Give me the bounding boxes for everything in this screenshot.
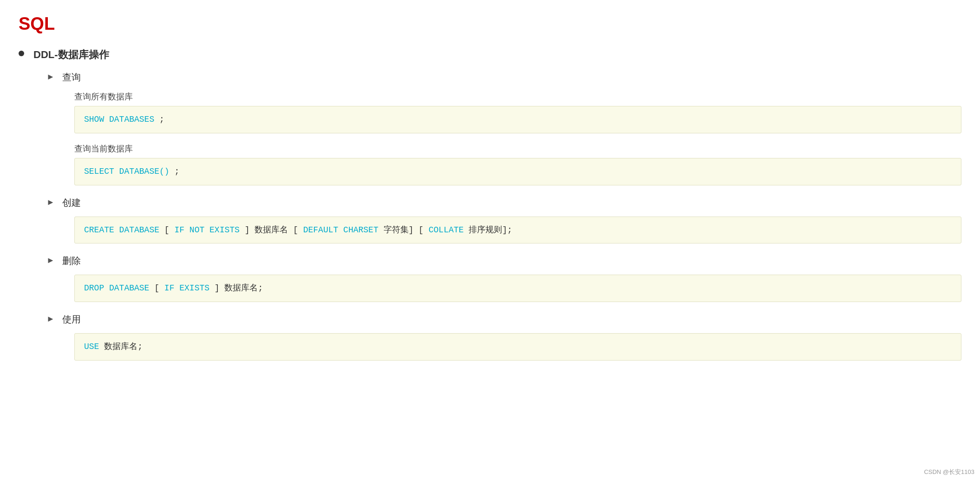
kw-create-database: CREATE DATABASE — [84, 225, 159, 235]
kw-create-bracket1: [ — [159, 225, 174, 235]
arrow-icon: ► — [46, 72, 55, 82]
kw-drop-bracket2: ] 数据库名; — [209, 283, 263, 293]
kw-show-databases: SHOW DATABASES — [84, 115, 154, 124]
sub-sections: ► 查询 查询所有数据库 SHOW DATABASES ; 查询当前数据库 SE… — [46, 71, 961, 361]
subsection-create-header: ► 创建 — [46, 197, 961, 209]
kw-if-exists: IF EXISTS — [164, 283, 209, 293]
kw-drop-bracket1: [ — [149, 283, 164, 293]
subsection-drop-header: ► 删除 — [46, 255, 961, 267]
create-items: CREATE DATABASE [ IF NOT EXISTS ] 数据库名 [… — [74, 217, 961, 244]
subsection-drop-label: 删除 — [62, 255, 81, 267]
select-database-desc: 查询当前数据库 — [74, 143, 961, 154]
subsection-use-header: ► 使用 — [46, 313, 961, 326]
section-label: DDL-数据库操作 — [33, 48, 109, 62]
kw-collate-text: 排序规则]; — [464, 225, 512, 235]
show-databases-desc: 查询所有数据库 — [74, 91, 961, 102]
query-items: 查询所有数据库 SHOW DATABASES ; 查询当前数据库 SELECT … — [74, 91, 961, 185]
kw-drop-database: DROP DATABASE — [84, 283, 149, 293]
kw-use: USE — [84, 342, 99, 351]
use-database-code: USE 数据库名; — [74, 333, 961, 361]
kw-charset-text: 字符集] [ — [379, 225, 429, 235]
page-title: SQL — [19, 14, 961, 34]
subsection-create-label: 创建 — [62, 197, 81, 209]
arrow-icon-create: ► — [46, 197, 55, 207]
kw-semicolon-2: ; — [170, 167, 180, 176]
drop-database-code: DROP DATABASE [ IF EXISTS ] 数据库名; — [74, 275, 961, 302]
subsection-query-label: 查询 — [62, 71, 81, 84]
drop-items: DROP DATABASE [ IF EXISTS ] 数据库名; — [74, 275, 961, 302]
kw-select-database: SELECT DATABASE() — [84, 167, 170, 176]
arrow-icon-use: ► — [46, 314, 55, 324]
kw-use-text: 数据库名; — [99, 342, 143, 351]
kw-if-not-exists: IF NOT EXISTS — [174, 225, 239, 235]
use-items: USE 数据库名; — [74, 333, 961, 361]
bullet-dot — [19, 51, 24, 56]
kw-semicolon-1: ; — [154, 115, 164, 124]
main-section: DDL-数据库操作 ► 查询 查询所有数据库 SHOW DATABASES ; … — [19, 48, 961, 361]
arrow-icon-drop: ► — [46, 256, 55, 265]
select-database-code: SELECT DATABASE() ; — [74, 158, 961, 185]
create-database-code: CREATE DATABASE [ IF NOT EXISTS ] 数据库名 [… — [74, 217, 961, 244]
kw-collate: COLLATE — [429, 225, 464, 235]
subsection-use-label: 使用 — [62, 313, 81, 326]
kw-default-charset: DEFAULT CHARSET — [303, 225, 379, 235]
kw-create-bracket2: ] 数据库名 [ — [240, 225, 303, 235]
subsection-query-header: ► 查询 — [46, 71, 961, 84]
show-databases-code: SHOW DATABASES ; — [74, 106, 961, 133]
